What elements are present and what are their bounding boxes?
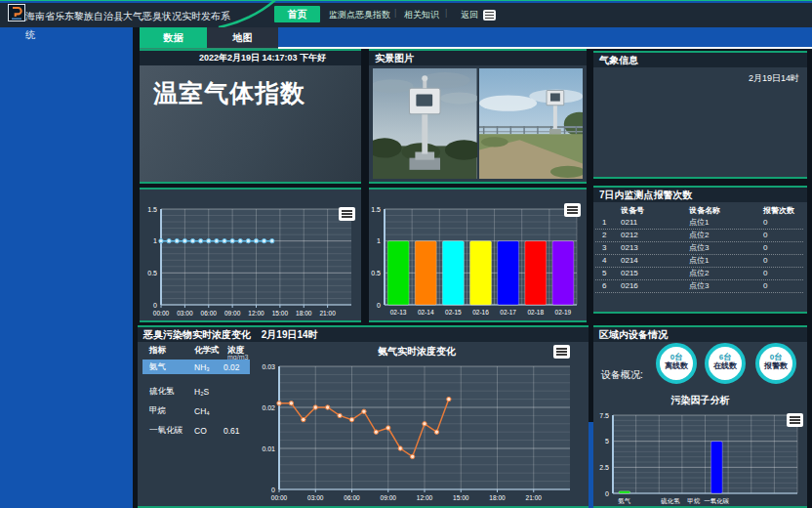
nav-item-back[interactable]: 返回 [461,9,478,21]
nav-separator: | [394,8,396,18]
pollutant-row[interactable]: 硫化氢 H₂S [142,384,250,399]
svg-text:0.03: 0.03 [262,363,275,370]
nav-item-odor-index[interactable]: 监测点恶臭指数 [329,9,390,21]
pollutant-value: 0.02 [223,362,240,372]
app-logo-icon [8,4,25,21]
device-name: 点位1 [689,217,763,229]
device-name: 点位1 [689,255,763,267]
chart-menu-icon[interactable] [339,207,355,221]
alarm-count: 0 [763,230,803,241]
alarm-count-label: 报警数 [759,361,792,371]
table-row[interactable]: 3 0213 点位3 0 [595,242,803,255]
online-count-label: 在线数 [709,361,742,371]
device-id: 0211 [621,217,689,229]
navbar-menu-icon[interactable] [483,10,496,21]
svg-text:0.5: 0.5 [371,270,381,276]
svg-text:03:00: 03:00 [177,310,193,317]
nav-separator: | [445,8,447,18]
device-name: 点位3 [689,242,763,254]
pollutant-formula: NH₃ [194,362,210,372]
alarm-table-header: 设备号 设备名称 报警次数 [595,205,803,217]
svg-text:18:00: 18:00 [296,310,312,317]
row-index: 1 [595,217,621,229]
table-row[interactable]: 1 0211 点位1 0 [595,217,803,230]
table-row[interactable]: 4 0214 点位1 0 [595,255,803,268]
device-name: 点位3 [689,280,763,292]
pollutant-formula: CH₄ [194,406,210,416]
chart-menu-icon[interactable] [553,345,570,359]
alarm-table: 设备号 设备名称 报警次数 1 0211 点位1 0 2 0212 点位2 0 … [595,205,803,293]
online-count-value: 6台 [709,353,742,361]
navbar-accent-blue [0,1,812,3]
table-row[interactable]: 5 0215 点位2 0 [595,268,803,280]
svg-text:21:00: 21:00 [319,310,336,317]
svg-text:15:00: 15:00 [272,310,289,317]
odor-panel-title: 恶臭污染物实时浓度变化 [143,329,251,340]
pollutant-name: 硫化氢 [149,386,175,398]
greeting-datetime: 2022年2月19日 14:17:03 下午好 [140,51,361,65]
svg-text:0: 0 [153,302,157,309]
device-name: 点位2 [689,268,763,279]
pollutant-row[interactable]: 一氧化碳 CO 0.61 [142,423,250,438]
pollutant-name: 氨气 [149,361,166,373]
table-row[interactable]: 6 0216 点位3 0 [595,280,803,293]
col-device-name: 设备名称 [689,205,763,217]
nav-item-knowledge[interactable]: 相关知识 [404,9,439,21]
svg-text:02-14: 02-14 [418,309,434,316]
svg-text:硫化氢: 硫化氢 [660,497,680,505]
offline-count-badge: 0台 离线数 [656,343,697,384]
svg-text:09:00: 09:00 [381,494,397,501]
photos-panel: 实景图片 [369,49,587,184]
svg-text:02-17: 02-17 [500,309,516,316]
row-index: 3 [595,242,621,254]
devices-panel: 区域内设备情况 设备概况: 0台 离线数 6台 在线数 0台 报警数 污染因子分… [593,325,807,508]
device-id: 0216 [621,280,689,292]
svg-text:09:00: 09:00 [224,310,241,317]
row-index: 4 [595,255,621,267]
site-photo-1[interactable] [373,68,477,179]
svg-text:0: 0 [605,490,609,497]
greeting-body: 温室气体指数 [140,65,361,182]
devices-overview-label: 设备概况: [601,368,643,382]
odor-panel-timestamp: 2月19日14时 [262,329,318,340]
daily-index-panel: 00.511.502-1302-1402-1502-1602-1702-1802… [369,188,587,322]
svg-text:02-16: 02-16 [472,309,489,316]
photos-panel-title: 实景图片 [369,51,587,65]
svg-text:02-19: 02-19 [555,309,572,316]
tabrow-blue-band [278,27,812,48]
svg-text:5: 5 [605,438,609,444]
svg-text:02-18: 02-18 [527,309,544,316]
weather-timestamp: 2月19日14时 [749,72,799,85]
svg-text:06:00: 06:00 [344,494,360,501]
svg-text:0: 0 [271,487,275,493]
pollutant-formula: H₂S [194,387,209,397]
table-row[interactable]: 2 0212 点位2 0 [595,230,803,242]
pollutant-row[interactable]: 甲烷 CH₄ [142,403,250,418]
pollutant-value: 0.61 [223,426,240,436]
pollution-factor-title: 污染因子分析 [593,394,807,407]
alarm-count: 0 [763,242,803,254]
svg-text:21:00: 21:00 [526,494,543,501]
alarm-panel-title: 7日内监测点报警次数 [593,188,807,202]
pollutant-formula: CO [194,426,207,436]
svg-text:02-13: 02-13 [390,309,407,316]
chart-menu-icon[interactable] [787,413,803,427]
device-id: 0213 [621,242,689,254]
chart-menu-icon[interactable] [564,203,581,217]
nav-item-home[interactable]: 首页 [274,6,320,22]
pollutant-row-selected[interactable]: 氨气 NH₃ 0.02 [142,360,250,374]
ammonia-chart-title: 氨气实时浓度变化 [250,345,584,359]
col-alarm-count: 报警次数 [763,205,803,217]
svg-text:12:00: 12:00 [248,310,264,317]
svg-text:0: 0 [377,302,381,309]
svg-text:2.5: 2.5 [599,464,609,471]
site-photo-2[interactable] [479,68,584,179]
col-formula: 化学式 [194,345,220,357]
svg-text:0.01: 0.01 [262,445,275,452]
ammonia-trend-chart: 00.010.020.0300:0003:0006:0009:0012:0015… [250,359,584,505]
pollutant-name: 一氧化碳 [149,425,183,437]
row-index: 6 [595,280,621,292]
weather-panel-title: 气象信息 [593,53,807,67]
index-trend-panel: 00.511.500:0003:0006:0009:0012:0015:0018… [140,188,361,322]
left-sidebar [0,27,133,508]
